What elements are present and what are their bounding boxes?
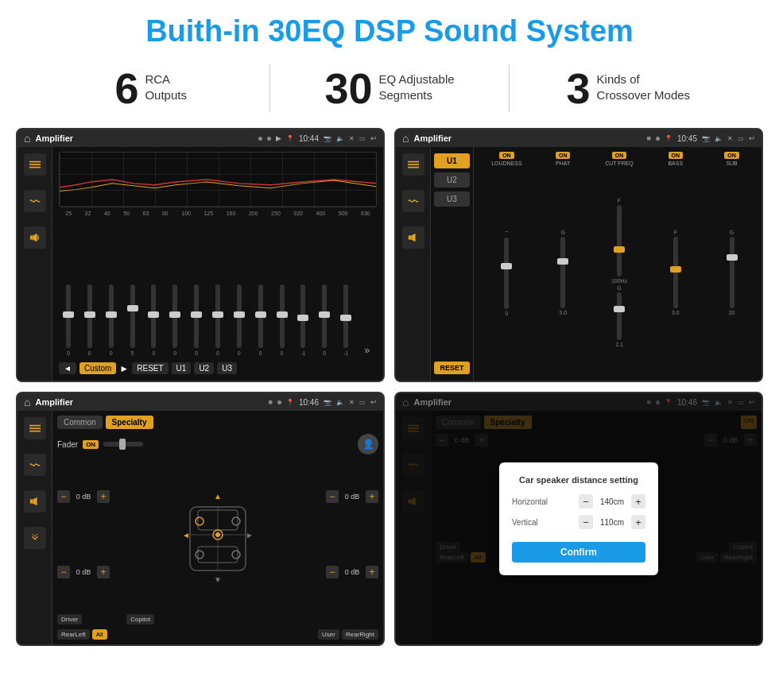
eq-speaker-btn[interactable] [24, 226, 46, 249]
svg-rect-4 [29, 499, 33, 503]
eq-settings-btn[interactable] [24, 153, 46, 176]
xo-u1-btn[interactable]: U1 [434, 153, 470, 168]
xo-u2-btn[interactable]: U2 [434, 172, 470, 188]
fader-speaker-btn[interactable] [24, 490, 46, 512]
xo-settings-btn[interactable] [402, 153, 424, 176]
time-1: 10:44 [299, 134, 319, 143]
xo-on-loudness: ON [499, 152, 514, 159]
xo-reset-btn[interactable]: RESET [434, 362, 470, 374]
stat-rca: 6 RCAOutputs [48, 67, 254, 110]
xo-wave-btn[interactable] [402, 190, 424, 212]
status-bar-1: ⌂ Amplifier ▶ 📍 10:44 📷 🔈 ✕ ▭ ↩ [17, 130, 383, 147]
slider-track-200[interactable] [258, 284, 263, 348]
svg-text:▼: ▼ [214, 575, 222, 584]
fader-expand-btn[interactable] [24, 527, 46, 549]
eq-u3-btn[interactable]: U3 [217, 362, 237, 374]
slider-track-25[interactable] [66, 284, 71, 348]
fader-tab-specialty[interactable]: Specialty [106, 416, 153, 429]
svg-rect-0 [29, 235, 33, 239]
confirm-button[interactable]: Confirm [512, 542, 645, 563]
eq-u2-btn[interactable]: U2 [194, 362, 214, 374]
vertical-plus-btn[interactable]: + [631, 515, 645, 529]
all-btn[interactable]: All [92, 629, 107, 640]
slider-val-500: -1 [343, 350, 348, 356]
xo-speaker-btn[interactable] [402, 226, 424, 249]
sub-thumb [727, 254, 738, 261]
rear-left-db: − 0 dB + [57, 566, 110, 578]
xo-cutfreq-val-f: 100Hz [611, 278, 627, 284]
svg-rect-2 [408, 235, 411, 239]
slider-track-100[interactable] [194, 284, 199, 348]
xo-label-phat: PHAT [556, 160, 570, 166]
copilot-btn[interactable]: Copilot [126, 614, 154, 625]
fader-settings-btn[interactable] [24, 417, 46, 439]
home-icon-1: ⌂ [24, 132, 30, 145]
slider-400: 0 [315, 261, 334, 356]
fader-avatar[interactable]: 👤 [358, 434, 378, 454]
eq-u1-btn[interactable]: U1 [172, 362, 192, 374]
user-btn[interactable]: User [318, 629, 339, 640]
stat-divider-1 [269, 64, 270, 112]
fader-wave-btn[interactable] [24, 454, 46, 476]
slider-track-500[interactable] [343, 284, 348, 348]
sub-track[interactable] [730, 237, 734, 308]
stat-label-eq: EQ AdjustableSegments [379, 67, 455, 102]
rearleft-btn[interactable]: RearLeft [57, 629, 90, 640]
status-bar-2: ⌂ Amplifier ■ 📍 10:45 📷 🔈 ✕ ▭ ↩ [396, 130, 762, 147]
rl-minus-btn[interactable]: − [57, 566, 70, 578]
freq-32: 32 [85, 211, 91, 216]
slider-val-63: 0 [152, 350, 155, 356]
slider-track-32[interactable] [87, 284, 92, 348]
bass-thumb [670, 266, 681, 273]
vertical-minus-btn[interactable]: − [579, 515, 593, 529]
slider-track-320[interactable] [300, 284, 305, 348]
phat-track[interactable] [560, 237, 565, 308]
rr-minus-btn[interactable]: − [326, 566, 339, 578]
horizontal-value: 140cm [596, 497, 628, 506]
eq-wave-btn[interactable] [24, 190, 46, 212]
svg-text:►: ► [246, 531, 254, 540]
eq-next-btn[interactable]: ► [119, 363, 129, 374]
fr-plus-btn[interactable]: + [366, 490, 378, 503]
vertical-label: Vertical [512, 518, 538, 527]
freq-100: 100 [181, 211, 191, 216]
rr-db-val: 0 dB [341, 568, 363, 576]
fl-minus-btn[interactable]: − [57, 490, 70, 503]
slider-track-400[interactable] [322, 284, 327, 348]
eq-reset-btn[interactable]: RESET [132, 362, 168, 374]
slider-thumb-400 [319, 311, 330, 318]
rearright-btn[interactable]: RearRight [342, 629, 378, 640]
xo-cutfreq-top-f: F [618, 198, 621, 203]
slider-track-125[interactable] [215, 284, 220, 348]
eq-prev-btn[interactable]: ◄ [59, 362, 76, 374]
driver-btn[interactable]: Driver [57, 614, 82, 625]
freq-125: 125 [203, 211, 213, 216]
page-title: Buith-in 30EQ DSP Sound System [0, 0, 779, 56]
eq-custom-btn[interactable]: Custom [79, 362, 116, 374]
fl-plus-btn[interactable]: + [97, 490, 110, 503]
rl-plus-btn[interactable]: + [97, 566, 110, 578]
fader-screen-body: Common Specialty Fader ON 👤 [17, 411, 383, 644]
slider-thumb-320 [297, 315, 308, 321]
rr-plus-btn[interactable]: + [366, 566, 378, 578]
xo-u3-btn[interactable]: U3 [434, 191, 470, 207]
horizontal-plus-btn[interactable]: + [631, 494, 645, 509]
slider-track-80[interactable] [172, 284, 177, 348]
slider-track-50[interactable] [130, 284, 135, 348]
horizontal-minus-btn[interactable]: − [579, 494, 593, 509]
speaker-icon-1: 🔈 [336, 135, 344, 142]
slider-track-40[interactable] [109, 284, 114, 348]
fr-minus-btn[interactable]: − [326, 490, 339, 503]
bass-track[interactable] [673, 237, 678, 308]
slider-track-63[interactable] [151, 284, 156, 348]
cutfreq-track-f[interactable] [617, 205, 622, 277]
fader-tab-common[interactable]: Common [57, 416, 103, 429]
fader-sidebar [17, 411, 52, 644]
loudness-track[interactable] [504, 238, 509, 309]
slider-track-160[interactable] [237, 284, 242, 348]
fl-db-val: 0 dB [72, 493, 95, 501]
slider-track-250[interactable] [280, 284, 285, 348]
front-left-db: − 0 dB + [57, 490, 110, 503]
cutfreq-track-g[interactable] [617, 292, 622, 340]
fader-slider[interactable] [103, 442, 143, 447]
